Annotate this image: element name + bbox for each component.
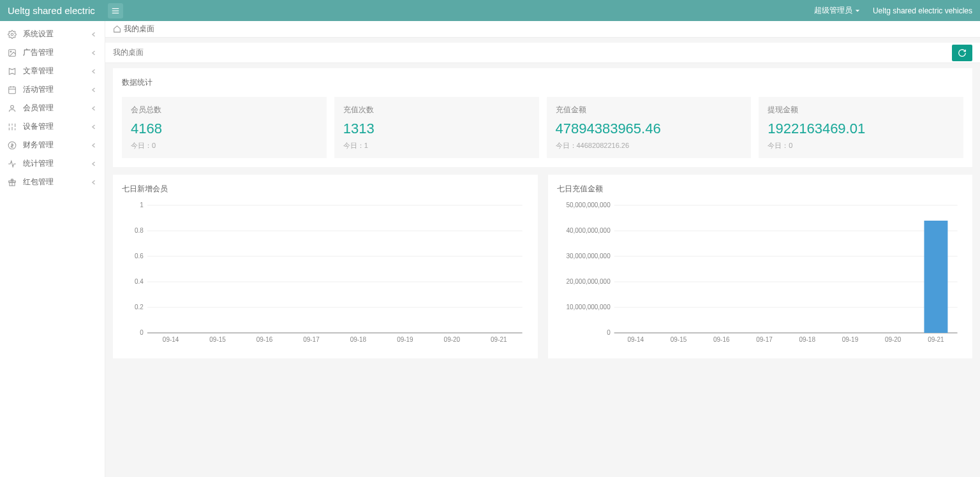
stats-panel: 数据统计 会员总数 4168 今日：0充值次数 1313 今日：1充值金额 47… — [113, 68, 972, 167]
svg-text:0: 0 — [607, 329, 611, 336]
svg-rect-6 — [9, 87, 16, 94]
svg-text:09-18: 09-18 — [799, 336, 815, 343]
user-icon — [8, 104, 17, 113]
svg-text:09-17: 09-17 — [303, 336, 320, 343]
stat-card-0: 会员总数 4168 今日：0 — [122, 97, 327, 158]
dollar-icon — [8, 141, 17, 150]
sidebar-item-label: 文章管理 — [23, 66, 91, 77]
activity-icon — [8, 159, 17, 168]
sidebar-item-6[interactable]: 财务管理 — [0, 136, 105, 154]
svg-point-10 — [11, 105, 14, 108]
breadcrumb: 我的桌面 — [105, 21, 980, 38]
image-icon — [8, 48, 17, 57]
tab-bar: 我的桌面 — [105, 43, 980, 63]
sidebar-item-0[interactable]: 系统设置 — [0, 25, 105, 43]
sidebar-item-label: 系统设置 — [23, 29, 91, 40]
svg-text:20,000,000,000: 20,000,000,000 — [566, 278, 611, 285]
stat-value: 47894383965.46 — [556, 121, 743, 137]
svg-text:09-15: 09-15 — [209, 336, 226, 343]
sidebar-item-label: 设备管理 — [23, 121, 91, 132]
sidebar-item-label: 红包管理 — [23, 177, 91, 187]
svg-text:09-15: 09-15 — [670, 336, 687, 343]
admin-dropdown[interactable]: 超级管理员 — [814, 5, 873, 16]
svg-text:09-20: 09-20 — [884, 336, 901, 343]
sidebar-item-5[interactable]: 设备管理 — [0, 117, 105, 136]
brand-text: Ueltg shared electric vehicles — [873, 6, 972, 15]
sidebar-item-label: 活动管理 — [23, 84, 91, 95]
main-content: 我的桌面 我的桌面 数据统计 会员总数 4168 今日：0充值次数 1313 今… — [105, 21, 980, 477]
stat-value: 1922163469.01 — [768, 121, 954, 137]
sliders-icon — [8, 122, 17, 131]
sidebar-item-3[interactable]: 活动管理 — [0, 80, 105, 99]
stat-card-2: 充值金额 47894383965.46 今日：44682082216.26 — [547, 97, 752, 158]
sidebar-item-7[interactable]: 统计管理 — [0, 154, 105, 173]
svg-text:09-19: 09-19 — [842, 336, 858, 343]
chevron-left-icon — [91, 105, 97, 112]
sidebar-item-label: 统计管理 — [23, 158, 91, 169]
svg-text:09-14: 09-14 — [627, 336, 644, 343]
svg-text:09-17: 09-17 — [756, 336, 773, 343]
sidebar-item-8[interactable]: 红包管理 — [0, 173, 105, 191]
chevron-left-icon — [91, 31, 97, 38]
caret-down-icon — [855, 8, 860, 13]
tab-label: 我的桌面 — [113, 47, 952, 58]
gear-icon — [8, 30, 17, 39]
stat-card-3: 提现金额 1922163469.01 今日：0 — [759, 97, 963, 158]
gift-icon — [8, 178, 17, 187]
chart-svg: 010,000,000,00020,000,000,00030,000,000,… — [557, 202, 964, 346]
menu-toggle-button[interactable] — [108, 3, 123, 18]
svg-text:0.6: 0.6 — [135, 253, 144, 260]
stat-sub: 今日：0 — [768, 141, 954, 150]
chevron-left-icon — [91, 161, 97, 167]
svg-text:0.8: 0.8 — [135, 227, 144, 234]
stat-card-1: 充值次数 1313 今日：1 — [334, 97, 539, 158]
chevron-left-icon — [91, 124, 97, 130]
svg-text:09-21: 09-21 — [491, 336, 507, 343]
chevron-left-icon — [91, 50, 97, 56]
sidebar-item-label: 财务管理 — [23, 140, 91, 150]
svg-text:09-21: 09-21 — [928, 336, 944, 343]
stat-sub: 今日：44682082216.26 — [556, 141, 743, 150]
svg-text:09-14: 09-14 — [163, 336, 179, 343]
sidebar-item-4[interactable]: 会员管理 — [0, 99, 105, 117]
chart-panel-0: 七日新增会员00.20.40.60.8109-1409-1509-1609-17… — [113, 175, 538, 358]
sidebar-item-label: 广告管理 — [23, 47, 91, 58]
svg-point-5 — [10, 51, 11, 52]
stat-sub: 今日：0 — [131, 141, 318, 150]
chevron-left-icon — [91, 179, 97, 186]
chevron-left-icon — [91, 87, 97, 93]
svg-text:0: 0 — [140, 329, 144, 336]
svg-text:1: 1 — [140, 202, 144, 209]
sidebar-item-2[interactable]: 文章管理 — [0, 62, 105, 80]
book-icon — [8, 67, 17, 76]
chart-title: 七日充值金额 — [557, 184, 964, 194]
svg-text:09-19: 09-19 — [397, 336, 413, 343]
svg-text:10,000,000,000: 10,000,000,000 — [566, 304, 611, 311]
stat-sub: 今日：1 — [343, 141, 530, 150]
svg-text:09-16: 09-16 — [256, 336, 273, 343]
chart-panel-1: 七日充值金额010,000,000,00020,000,000,00030,00… — [548, 175, 973, 358]
refresh-button[interactable] — [952, 45, 972, 61]
stat-value: 4168 — [131, 121, 318, 137]
sidebar: 系统设置 广告管理 文章管理 活动管理 会员管理 设备管理 财务管理 统计管理 … — [0, 21, 105, 477]
chevron-left-icon — [91, 68, 97, 75]
svg-text:09-20: 09-20 — [444, 336, 461, 343]
stat-label: 提现金额 — [768, 105, 954, 115]
chart-svg: 00.20.40.60.8109-1409-1509-1609-1709-180… — [122, 202, 529, 346]
stat-value: 1313 — [343, 121, 530, 137]
svg-text:30,000,000,000: 30,000,000,000 — [566, 253, 611, 260]
app-logo: Ueltg shared electric — [8, 5, 108, 16]
chevron-left-icon — [91, 142, 97, 149]
sidebar-item-label: 会员管理 — [23, 103, 91, 114]
svg-text:0.4: 0.4 — [135, 278, 144, 285]
stat-label: 会员总数 — [131, 105, 318, 115]
home-icon — [113, 25, 121, 33]
svg-text:50,000,000,000: 50,000,000,000 — [566, 202, 611, 209]
refresh-icon — [958, 48, 967, 57]
calendar-icon — [8, 85, 17, 94]
header: Ueltg shared electric 超级管理员 Ueltg shared… — [0, 0, 980, 21]
svg-rect-62 — [924, 221, 947, 333]
admin-label: 超级管理员 — [814, 5, 852, 16]
menu-icon — [111, 6, 120, 15]
sidebar-item-1[interactable]: 广告管理 — [0, 43, 105, 62]
